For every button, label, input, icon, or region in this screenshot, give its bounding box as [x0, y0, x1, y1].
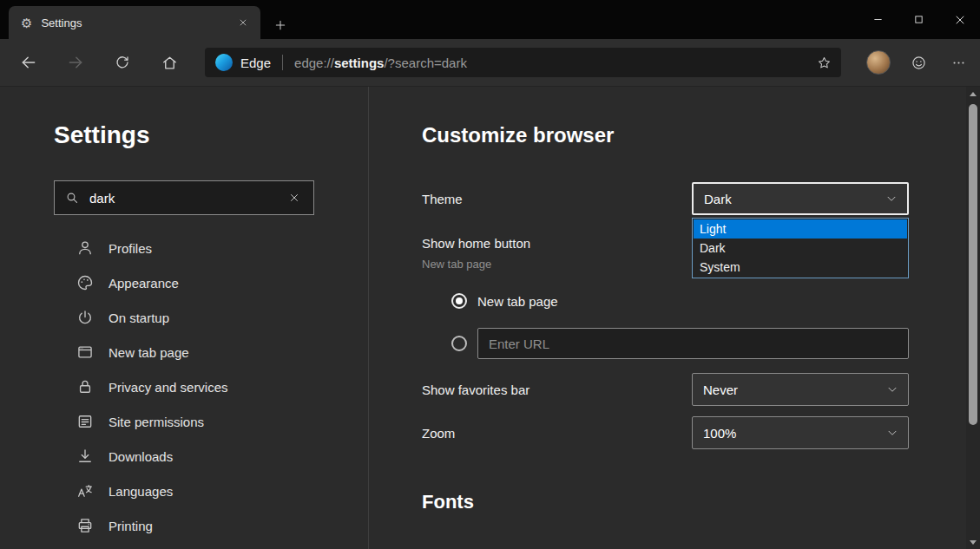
sidebar-item-site-permissions[interactable]: Site permissions	[54, 404, 368, 439]
settings-search-box[interactable]	[54, 180, 314, 215]
window-controls	[858, 0, 980, 39]
scroll-up-icon[interactable]	[966, 87, 980, 101]
sidebar-item-profiles[interactable]: Profiles	[54, 231, 368, 265]
search-input[interactable]	[89, 191, 282, 206]
theme-select[interactable]: Dark	[692, 182, 909, 215]
maximize-button[interactable]	[898, 0, 939, 39]
browser-window: ⚙ Settings	[0, 0, 980, 549]
theme-dropdown-list: Light Dark System	[692, 218, 909, 278]
chevron-down-icon	[886, 193, 897, 204]
section-title: Customize browser	[422, 123, 909, 147]
sidebar-item-new-tab-page[interactable]: New tab page	[54, 335, 368, 369]
title-bar: ⚙ Settings	[0, 0, 980, 39]
gear-icon: ⚙	[21, 16, 32, 29]
sidebar-title: Settings	[54, 121, 368, 149]
radio-new-tab-page[interactable]	[451, 293, 467, 309]
theme-select-wrap: Dark Light Dark System	[692, 182, 909, 215]
home-icon[interactable]	[155, 48, 184, 77]
sidebar-item-label: Profiles	[109, 241, 152, 256]
address-url[interactable]: edge://settings/?search=dark	[294, 56, 805, 70]
radio-new-tab-label: New tab page	[477, 294, 558, 309]
palette-icon	[76, 274, 94, 291]
sidebar-item-appearance[interactable]: Appearance	[54, 265, 368, 300]
theme-option-system[interactable]: System	[694, 258, 907, 277]
chevron-down-icon	[887, 428, 898, 438]
favorites-bar-value: Never	[703, 382, 738, 397]
minimize-button[interactable]	[858, 0, 898, 39]
zoom-label: Zoom	[422, 426, 455, 441]
browser-window-icon	[76, 343, 94, 361]
lock-icon	[76, 378, 94, 395]
clear-search-icon[interactable]	[282, 186, 306, 210]
theme-select-value: Dark	[704, 192, 732, 206]
page-content: Settings Profiles Appearance	[0, 87, 980, 549]
edge-logo	[215, 54, 233, 71]
scrollbar-thumb[interactable]	[969, 104, 977, 425]
tab-title: Settings	[41, 16, 233, 29]
sidebar-item-label: On startup	[109, 310, 169, 325]
home-url-input[interactable]	[477, 328, 909, 359]
sidebar-item-label: Languages	[109, 484, 173, 499]
settings-sidebar: Settings Profiles Appearance	[0, 87, 369, 549]
url-suffix: /?search=dark	[384, 56, 466, 70]
refresh-icon[interactable]	[108, 48, 137, 77]
sidebar-item-printing[interactable]: Printing	[54, 508, 368, 543]
address-bar[interactable]: Edge edge://settings/?search=dark	[205, 48, 841, 77]
home-option-new-tab-row: New tab page	[451, 293, 909, 309]
favorites-bar-label: Show favorites bar	[422, 382, 529, 397]
new-tab-button[interactable]	[268, 13, 293, 37]
sidebar-item-label: Site permissions	[109, 415, 204, 429]
close-button[interactable]	[939, 0, 980, 39]
sidebar-item-privacy[interactable]: Privacy and services	[54, 369, 368, 404]
sidebar-item-on-startup[interactable]: On startup	[54, 300, 368, 335]
browser-toolbar: Edge edge://settings/?search=dark	[0, 39, 980, 87]
languages-icon	[76, 482, 94, 500]
person-icon	[76, 239, 94, 257]
sidebar-item-label: New tab page	[109, 345, 189, 360]
radio-custom-url[interactable]	[451, 336, 467, 351]
fonts-section-title: Fonts	[422, 491, 909, 513]
favorite-star-icon[interactable]	[812, 50, 836, 75]
sidebar-item-label: Appearance	[109, 276, 179, 291]
browser-tab-settings[interactable]: ⚙ Settings	[9, 6, 260, 39]
url-highlight: settings	[334, 56, 385, 70]
profile-avatar[interactable]	[866, 50, 891, 75]
more-menu-icon[interactable]	[944, 48, 973, 77]
address-separator	[282, 55, 283, 70]
favorites-bar-row: Show favorites bar Never	[422, 373, 909, 406]
theme-setting-row: Theme Dark Light Dark System	[422, 182, 909, 215]
address-brand: Edge	[240, 56, 271, 70]
sidebar-item-label: Downloads	[109, 449, 173, 464]
zoom-value: 100%	[703, 426, 736, 441]
permissions-list-icon	[76, 413, 94, 430]
tab-close-icon[interactable]	[233, 12, 253, 33]
sidebar-nav: Profiles Appearance On startup New tab p…	[54, 231, 368, 543]
back-icon[interactable]	[14, 48, 43, 77]
sidebar-item-label: Privacy and services	[109, 380, 228, 395]
printer-icon	[76, 517, 94, 534]
sidebar-item-downloads[interactable]: Downloads	[54, 439, 368, 474]
url-prefix: edge://	[294, 56, 334, 70]
settings-main-panel: Customize browser Theme Dark Light Dark …	[370, 87, 966, 549]
theme-option-dark[interactable]: Dark	[694, 239, 907, 258]
feedback-smiley-icon[interactable]	[904, 48, 933, 77]
sidebar-item-languages[interactable]: Languages	[54, 474, 368, 508]
theme-option-light[interactable]: Light	[694, 219, 907, 239]
forward-icon[interactable]	[61, 48, 90, 77]
scroll-down-icon[interactable]	[966, 535, 980, 549]
search-icon	[65, 191, 79, 205]
home-option-url-row	[451, 328, 909, 359]
power-icon	[76, 309, 94, 326]
chevron-down-icon	[887, 384, 898, 395]
sidebar-item-label: Printing	[109, 519, 153, 533]
vertical-scrollbar[interactable]	[966, 87, 980, 549]
zoom-select[interactable]: 100%	[692, 416, 909, 449]
theme-label: Theme	[422, 192, 463, 206]
zoom-row: Zoom 100%	[422, 416, 909, 449]
favorites-bar-select[interactable]: Never	[692, 373, 909, 406]
download-icon	[76, 448, 94, 465]
